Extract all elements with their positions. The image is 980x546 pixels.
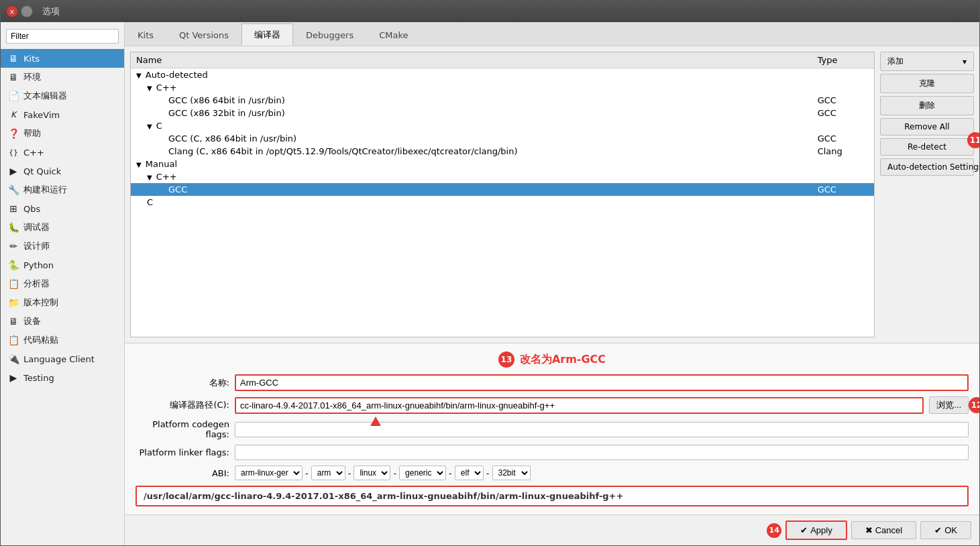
- remove-all-button[interactable]: Remove All: [880, 118, 974, 135]
- sidebar-item-cpp[interactable]: {} C++: [1, 143, 124, 162]
- sidebar-item-label: 构建和运行: [23, 184, 67, 196]
- annotation-badge-12: 12: [969, 397, 979, 413]
- annotation-badge-13: 13: [498, 351, 514, 368]
- fakevim-icon: K: [7, 109, 19, 121]
- analyzer-icon: 📋: [7, 278, 19, 290]
- codegen-input[interactable]: [235, 422, 969, 437]
- abi-sep-2: -: [348, 468, 351, 478]
- compiler-path-input[interactable]: [235, 397, 924, 414]
- table-row[interactable]: ▼ C++: [131, 170, 874, 183]
- arrow-icon: ▼: [136, 161, 142, 168]
- abi-sep-1: -: [305, 468, 309, 478]
- sidebar-item-build[interactable]: 🔧 构建和运行: [1, 180, 124, 199]
- abi-select-0[interactable]: arm-linux-ger: [235, 466, 303, 480]
- annotation-badge-14: 14: [767, 523, 781, 538]
- ok-button[interactable]: ✔ OK: [920, 521, 971, 539]
- table-row[interactable]: ▼ C++: [131, 81, 874, 94]
- table-row[interactable]: GCC (C, x86 64bit in /usr/bin) GCC: [131, 132, 874, 145]
- linker-input[interactable]: [235, 445, 969, 460]
- annotation-header: 13 改名为Arm-GCC: [135, 351, 969, 368]
- minimize-button[interactable]: [21, 5, 33, 17]
- sidebar-item-debugger[interactable]: 🐛 调试器: [1, 218, 124, 237]
- close-button[interactable]: ×: [6, 5, 18, 17]
- sidebar-item-langclient[interactable]: 🔌 Language Client: [1, 349, 124, 368]
- sidebar-item-label: 设计师: [23, 240, 50, 252]
- table-row[interactable]: ▼ Manual: [131, 158, 874, 170]
- sidebar-item-editor[interactable]: 📄 文本编辑器: [1, 87, 124, 105]
- window-controls: ×: [6, 5, 33, 17]
- sidebar-item-env[interactable]: 🖥 环境: [1, 68, 124, 87]
- row-name: ▼ C++: [131, 170, 812, 183]
- tab-debuggers[interactable]: Debuggers: [293, 25, 366, 46]
- sidebar-item-help[interactable]: ❓ 帮助: [1, 124, 124, 143]
- cpp-icon: {}: [7, 146, 19, 158]
- sidebar-item-label: 分析器: [23, 278, 50, 290]
- abi-sep-3: -: [393, 468, 396, 478]
- sidebar-item-label: 代码粘贴: [23, 334, 58, 346]
- arrow-up-icon: [370, 417, 381, 426]
- sidebar-item-qbs[interactable]: ⊞ Qbs: [1, 199, 124, 218]
- abi-select-1[interactable]: arm: [311, 466, 345, 480]
- row-type: [812, 170, 874, 183]
- table-row[interactable]: ▼ Auto-detected: [131, 68, 874, 82]
- table-row[interactable]: C: [131, 196, 874, 209]
- sidebar-item-python[interactable]: 🐍 Python: [1, 256, 124, 274]
- sidebar-item-devices[interactable]: 🖥 设备: [1, 312, 124, 331]
- ok-check-icon: ✔: [934, 525, 942, 535]
- sidebar-item-kits[interactable]: 🖥 Kits: [1, 49, 124, 68]
- auto-settings-button[interactable]: Auto-detection Settings...: [880, 158, 974, 176]
- abi-select-2[interactable]: linux: [353, 466, 390, 480]
- row-name: Clang (C, x86 64bit in /opt/Qt5.12.9/Too…: [131, 145, 812, 158]
- add-button[interactable]: 添加 ▾: [880, 52, 974, 71]
- filter-input[interactable]: [6, 29, 119, 44]
- sidebar-item-designer[interactable]: ✏ 设计师: [1, 237, 124, 256]
- tab-compilers[interactable]: 编译器: [241, 23, 293, 46]
- cancel-label: Cancel: [875, 525, 902, 535]
- content-area: Name Type ▼ Auto-detected ▼ C: [125, 46, 979, 514]
- tab-kits[interactable]: Kits: [125, 25, 166, 46]
- sidebar: 🖥 Kits 🖥 环境 📄 文本编辑器 K FakeVim ❓ 帮助 {} C: [1, 22, 125, 545]
- abi-select-4[interactable]: elf: [455, 466, 484, 480]
- tab-qt-versions[interactable]: Qt Versions: [166, 25, 241, 46]
- table-row[interactable]: GCC (x86 64bit in /usr/bin) GCC: [131, 94, 874, 107]
- sidebar-item-label: Language Client: [23, 354, 95, 364]
- table-row[interactable]: GCC (x86 32bit in /usr/bin) GCC: [131, 107, 874, 119]
- build-icon: 🔧: [7, 184, 19, 196]
- arrow-icon: ▼: [147, 174, 152, 181]
- sidebar-item-label: 环境: [23, 71, 41, 83]
- col-type: Type: [812, 52, 874, 68]
- codegen-label: Platform codegen flags:: [135, 419, 229, 439]
- ok-label: OK: [944, 525, 957, 535]
- clone-button[interactable]: 克隆: [880, 74, 974, 93]
- table-row-selected[interactable]: GCC GCC: [131, 183, 874, 196]
- sidebar-item-label: 版本控制: [23, 296, 58, 309]
- row-type: [812, 119, 874, 132]
- re-detect-button[interactable]: Re-detect: [880, 138, 974, 156]
- codepaste-icon: 📋: [7, 334, 19, 346]
- sidebar-item-fakevim[interactable]: K FakeVim: [1, 105, 124, 124]
- name-input[interactable]: [235, 374, 969, 391]
- table-row[interactable]: ▼ C: [131, 119, 874, 132]
- browse-button[interactable]: 浏览...: [929, 396, 969, 414]
- row-type: [812, 68, 874, 82]
- sidebar-item-qtquick[interactable]: ▶ Qt Quick: [1, 162, 124, 180]
- sidebar-item-label: 设备: [23, 315, 41, 327]
- row-type: GCC: [812, 107, 874, 119]
- table-row[interactable]: Clang (C, x86 64bit in /opt/Qt5.12.9/Too…: [131, 145, 874, 158]
- row-name: ▼ Manual: [131, 158, 812, 170]
- sidebar-item-label: 调试器: [23, 221, 50, 233]
- editor-icon: 📄: [7, 90, 19, 102]
- abi-select-3[interactable]: generic: [399, 466, 446, 480]
- sidebar-item-testing[interactable]: ▶ Testing: [1, 368, 124, 387]
- compiler-table-wrap[interactable]: Name Type ▼ Auto-detected ▼ C: [130, 52, 875, 337]
- apply-button[interactable]: ✔ Apply: [785, 521, 847, 540]
- sidebar-item-analyzer[interactable]: 📋 分析器: [1, 274, 124, 293]
- abi-select-5[interactable]: 32bit: [492, 466, 531, 480]
- cancel-button[interactable]: ✖ Cancel: [851, 521, 916, 539]
- delete-button[interactable]: 删除: [880, 96, 974, 115]
- sidebar-item-vcs[interactable]: 📁 版本控制: [1, 293, 124, 312]
- linker-row: Platform linker flags:: [135, 445, 969, 460]
- sidebar-item-codepaste[interactable]: 📋 代码粘贴: [1, 331, 124, 349]
- tab-cmake[interactable]: CMake: [366, 25, 421, 46]
- designer-icon: ✏: [7, 240, 19, 252]
